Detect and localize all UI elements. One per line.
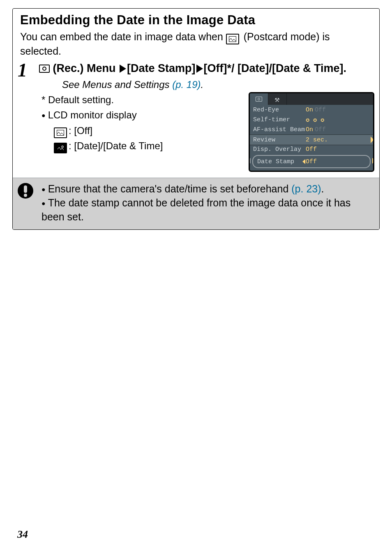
camera-icon (39, 65, 50, 73)
display-off-line: : [Off] (54, 123, 241, 138)
page-link-19[interactable]: (p. 19) (172, 79, 201, 90)
step-number: 1 (14, 61, 39, 172)
menu-row-disp-overlay: Disp. OverlayOff (250, 145, 373, 153)
svg-rect-4 (24, 185, 27, 193)
postcard-off-icon (54, 127, 67, 138)
menu-row-self-timer: Self-timer✪ ✪ ✪ (250, 115, 373, 125)
page-number: 34 (17, 528, 28, 541)
left-arrow-icon (302, 159, 305, 164)
menu-row-review: Review2 sec. (250, 134, 373, 145)
camera-menu-screenshot: Red-EyeOnOff Self-timer✪ ✪ ✪ AF-assist B… (249, 92, 374, 172)
page-link-23[interactable]: (p. 23) (291, 183, 321, 194)
menu-tab-setup (268, 93, 287, 105)
menu-row-date-stamp: Date StampOff (252, 155, 371, 168)
menu-row-red-eye: Red-EyeOnOff (250, 105, 373, 115)
menu-tab-rec (250, 93, 268, 105)
notice-cannot-delete: The date stamp cannot be deleted from th… (42, 196, 374, 224)
menu-row-af-assist: AF-assist BeamOnOff (250, 125, 373, 134)
default-setting-note: * Default setting. (42, 92, 241, 107)
tools-tab-icon (274, 97, 280, 101)
see-reference: See Menus and Settings (p. 19). (62, 79, 374, 90)
section-intro: You can embed the date in image data whe… (20, 30, 372, 58)
arrow-right-icon (120, 65, 126, 73)
section-title: Embedding the Date in the Image Data (20, 13, 372, 28)
notice-datetime: Ensure that the camera's date/time is se… (42, 182, 374, 196)
postcard-icon (226, 34, 239, 44)
caution-icon (17, 182, 36, 224)
arrow-right-icon (196, 65, 203, 73)
step-instruction: (Rec.) Menu [Date Stamp][Off]*/ [Date]/[… (39, 61, 374, 76)
camera-tab-icon (256, 97, 262, 102)
display-date-line: : [Date]/[Date & Time] (54, 138, 241, 153)
self-timer-icons: ✪ ✪ ✪ (306, 116, 324, 124)
svg-point-5 (24, 194, 27, 197)
lcd-display-heading: LCD monitor display (42, 107, 241, 123)
postcard-date-icon (54, 143, 67, 153)
